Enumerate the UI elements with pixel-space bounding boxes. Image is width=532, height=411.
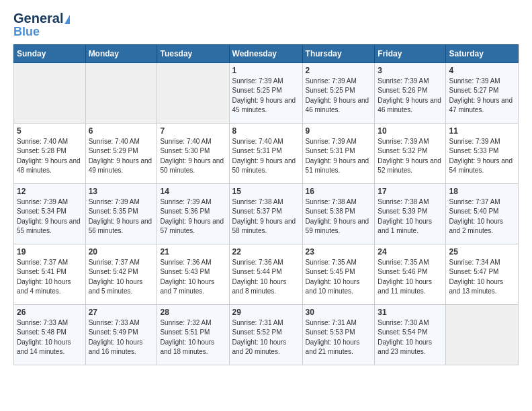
calendar-day-cell: 3Sunrise: 7:39 AM Sunset: 5:26 PM Daylig… xyxy=(375,62,446,123)
day-info: Sunrise: 7:37 AM Sunset: 5:42 PM Dayligh… xyxy=(89,258,154,297)
calendar-day-cell: 1Sunrise: 7:39 AM Sunset: 5:25 PM Daylig… xyxy=(229,62,302,123)
day-number: 29 xyxy=(232,308,300,317)
day-number: 12 xyxy=(17,187,83,196)
calendar-day-cell: 10Sunrise: 7:39 AM Sunset: 5:32 PM Dayli… xyxy=(375,123,446,183)
day-info: Sunrise: 7:40 AM Sunset: 5:28 PM Dayligh… xyxy=(17,137,83,176)
calendar-day-cell: 14Sunrise: 7:39 AM Sunset: 5:36 PM Dayli… xyxy=(157,183,229,244)
calendar-day-cell: 26Sunrise: 7:33 AM Sunset: 5:48 PM Dayli… xyxy=(14,304,86,365)
day-number: 27 xyxy=(89,308,154,317)
day-info: Sunrise: 7:37 AM Sunset: 5:41 PM Dayligh… xyxy=(17,258,83,297)
calendar-day-cell xyxy=(14,62,86,123)
day-number: 3 xyxy=(378,66,443,75)
calendar-day-cell xyxy=(157,62,229,123)
day-info: Sunrise: 7:39 AM Sunset: 5:33 PM Dayligh… xyxy=(449,137,515,176)
day-info: Sunrise: 7:39 AM Sunset: 5:25 PM Dayligh… xyxy=(232,77,300,116)
calendar-week-row: 1Sunrise: 7:39 AM Sunset: 5:25 PM Daylig… xyxy=(14,62,519,123)
day-number: 8 xyxy=(232,126,300,136)
calendar-day-cell: 19Sunrise: 7:37 AM Sunset: 5:41 PM Dayli… xyxy=(14,244,86,304)
calendar-day-cell: 11Sunrise: 7:39 AM Sunset: 5:33 PM Dayli… xyxy=(446,123,519,183)
calendar-day-cell: 6Sunrise: 7:40 AM Sunset: 5:29 PM Daylig… xyxy=(85,123,157,183)
calendar-day-cell: 20Sunrise: 7:37 AM Sunset: 5:42 PM Dayli… xyxy=(85,244,157,304)
day-number: 4 xyxy=(449,66,515,75)
day-info: Sunrise: 7:39 AM Sunset: 5:36 PM Dayligh… xyxy=(160,197,226,236)
calendar-body: 1Sunrise: 7:39 AM Sunset: 5:25 PM Daylig… xyxy=(14,62,519,365)
day-info: Sunrise: 7:33 AM Sunset: 5:48 PM Dayligh… xyxy=(17,318,83,357)
calendar-day-cell: 18Sunrise: 7:37 AM Sunset: 5:40 PM Dayli… xyxy=(446,183,519,244)
day-info: Sunrise: 7:38 AM Sunset: 5:37 PM Dayligh… xyxy=(232,197,300,236)
day-info: Sunrise: 7:39 AM Sunset: 5:32 PM Dayligh… xyxy=(378,137,443,176)
day-number: 9 xyxy=(306,126,372,136)
calendar-day-cell: 5Sunrise: 7:40 AM Sunset: 5:28 PM Daylig… xyxy=(14,123,86,183)
weekday-header: Monday xyxy=(85,44,157,62)
day-info: Sunrise: 7:39 AM Sunset: 5:35 PM Dayligh… xyxy=(89,197,154,236)
calendar-day-cell: 31Sunrise: 7:30 AM Sunset: 5:54 PM Dayli… xyxy=(375,304,446,365)
day-number: 15 xyxy=(232,187,300,196)
day-info: Sunrise: 7:31 AM Sunset: 5:53 PM Dayligh… xyxy=(306,318,372,357)
day-number: 13 xyxy=(89,187,154,196)
day-number: 2 xyxy=(306,66,372,75)
calendar-day-cell: 29Sunrise: 7:31 AM Sunset: 5:52 PM Dayli… xyxy=(229,304,302,365)
calendar-day-cell: 17Sunrise: 7:38 AM Sunset: 5:39 PM Dayli… xyxy=(375,183,446,244)
day-info: Sunrise: 7:35 AM Sunset: 5:46 PM Dayligh… xyxy=(378,258,443,297)
day-number: 7 xyxy=(160,126,226,136)
day-info: Sunrise: 7:30 AM Sunset: 5:54 PM Dayligh… xyxy=(378,318,443,357)
day-info: Sunrise: 7:36 AM Sunset: 5:43 PM Dayligh… xyxy=(160,258,226,297)
day-number: 30 xyxy=(306,308,372,317)
weekday-header: Friday xyxy=(375,44,446,62)
calendar-day-cell: 4Sunrise: 7:39 AM Sunset: 5:27 PM Daylig… xyxy=(446,62,519,123)
day-info: Sunrise: 7:39 AM Sunset: 5:31 PM Dayligh… xyxy=(306,137,372,176)
calendar-day-cell: 12Sunrise: 7:39 AM Sunset: 5:34 PM Dayli… xyxy=(14,183,86,244)
day-number: 17 xyxy=(378,187,443,196)
calendar-day-cell: 27Sunrise: 7:33 AM Sunset: 5:49 PM Dayli… xyxy=(85,304,157,365)
calendar-day-cell: 7Sunrise: 7:40 AM Sunset: 5:30 PM Daylig… xyxy=(157,123,229,183)
day-number: 31 xyxy=(378,308,443,317)
calendar-day-cell: 9Sunrise: 7:39 AM Sunset: 5:31 PM Daylig… xyxy=(302,123,375,183)
day-info: Sunrise: 7:35 AM Sunset: 5:45 PM Dayligh… xyxy=(306,258,372,297)
header: General Blue xyxy=(13,11,519,39)
calendar-day-cell: 13Sunrise: 7:39 AM Sunset: 5:35 PM Dayli… xyxy=(85,183,157,244)
day-number: 25 xyxy=(449,247,515,257)
day-number: 22 xyxy=(232,247,300,257)
calendar-day-cell: 16Sunrise: 7:38 AM Sunset: 5:38 PM Dayli… xyxy=(302,183,375,244)
day-info: Sunrise: 7:32 AM Sunset: 5:51 PM Dayligh… xyxy=(160,318,226,357)
day-number: 23 xyxy=(306,247,372,257)
day-number: 21 xyxy=(160,247,226,257)
calendar-week-row: 19Sunrise: 7:37 AM Sunset: 5:41 PM Dayli… xyxy=(14,244,519,304)
day-info: Sunrise: 7:39 AM Sunset: 5:34 PM Dayligh… xyxy=(17,197,83,236)
calendar: SundayMondayTuesdayWednesdayThursdayFrid… xyxy=(13,44,519,365)
calendar-day-cell: 2Sunrise: 7:39 AM Sunset: 5:25 PM Daylig… xyxy=(302,62,375,123)
day-info: Sunrise: 7:40 AM Sunset: 5:30 PM Dayligh… xyxy=(160,137,226,176)
day-info: Sunrise: 7:39 AM Sunset: 5:25 PM Dayligh… xyxy=(306,77,372,116)
calendar-day-cell: 23Sunrise: 7:35 AM Sunset: 5:45 PM Dayli… xyxy=(302,244,375,304)
day-info: Sunrise: 7:38 AM Sunset: 5:38 PM Dayligh… xyxy=(306,197,372,236)
weekday-header: Thursday xyxy=(302,44,375,62)
day-number: 6 xyxy=(89,126,154,136)
logo-text: General xyxy=(13,11,70,26)
calendar-week-row: 26Sunrise: 7:33 AM Sunset: 5:48 PM Dayli… xyxy=(14,304,519,365)
logo-blue: Blue xyxy=(13,26,40,39)
day-number: 10 xyxy=(378,126,443,136)
calendar-day-cell: 21Sunrise: 7:36 AM Sunset: 5:43 PM Dayli… xyxy=(157,244,229,304)
day-info: Sunrise: 7:34 AM Sunset: 5:47 PM Dayligh… xyxy=(449,258,515,297)
day-number: 11 xyxy=(449,126,515,136)
day-info: Sunrise: 7:33 AM Sunset: 5:49 PM Dayligh… xyxy=(89,318,154,357)
day-info: Sunrise: 7:37 AM Sunset: 5:40 PM Dayligh… xyxy=(449,197,515,236)
day-number: 26 xyxy=(17,308,83,317)
day-info: Sunrise: 7:31 AM Sunset: 5:52 PM Dayligh… xyxy=(232,318,300,357)
day-info: Sunrise: 7:39 AM Sunset: 5:26 PM Dayligh… xyxy=(378,77,443,116)
calendar-day-cell: 28Sunrise: 7:32 AM Sunset: 5:51 PM Dayli… xyxy=(157,304,229,365)
calendar-week-row: 5Sunrise: 7:40 AM Sunset: 5:28 PM Daylig… xyxy=(14,123,519,183)
day-number: 28 xyxy=(160,308,226,317)
logo: General Blue xyxy=(13,11,70,39)
day-info: Sunrise: 7:36 AM Sunset: 5:44 PM Dayligh… xyxy=(232,258,300,297)
calendar-day-cell xyxy=(85,62,157,123)
weekday-row: SundayMondayTuesdayWednesdayThursdayFrid… xyxy=(14,44,519,62)
page: General Blue SundayMondayTuesdayWednesda… xyxy=(0,0,532,373)
day-number: 16 xyxy=(306,187,372,196)
calendar-day-cell: 15Sunrise: 7:38 AM Sunset: 5:37 PM Dayli… xyxy=(229,183,302,244)
day-info: Sunrise: 7:40 AM Sunset: 5:31 PM Dayligh… xyxy=(232,137,300,176)
calendar-day-cell xyxy=(446,304,519,365)
day-number: 19 xyxy=(17,247,83,257)
weekday-header: Tuesday xyxy=(157,44,229,62)
weekday-header: Saturday xyxy=(446,44,519,62)
